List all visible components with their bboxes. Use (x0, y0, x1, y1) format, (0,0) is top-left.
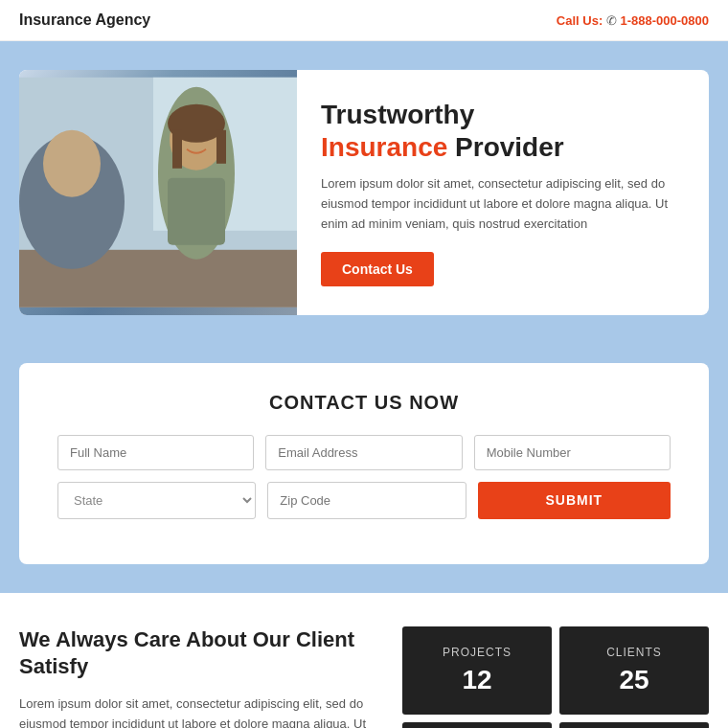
stat-label-clients: CLIENTS (569, 646, 699, 659)
stats-grid: PROJECTS 12 CLIENTS 25 OUR TEAM 6 AWARDS… (402, 626, 709, 728)
submit-button[interactable]: SUBMIT (478, 482, 671, 519)
site-logo: Insurance Agency (19, 11, 150, 29)
stat-card-team: OUR TEAM 6 (402, 722, 552, 728)
stat-label-projects: PROJECTS (412, 646, 542, 659)
hero-content: Trustworthy Insurance Provider Lorem ips… (297, 70, 709, 315)
email-input[interactable] (265, 435, 462, 470)
header-phone: Call Us: ✆ 1-888-000-0800 (557, 13, 709, 28)
stats-left: We Always Care About Our Client Satisfy … (19, 626, 402, 728)
call-label: Call Us: (557, 13, 603, 28)
zip-input[interactable] (267, 482, 466, 519)
contact-form-section: CONTACT US NOW State Alabama California … (0, 344, 728, 593)
svg-rect-8 (172, 130, 182, 169)
form-title: CONTACT US NOW (57, 392, 671, 414)
svg-rect-10 (168, 178, 225, 245)
hero-section: Trustworthy Insurance Provider Lorem ips… (0, 41, 728, 344)
stat-card-clients: CLIENTS 25 (559, 626, 709, 715)
hero-title: Trustworthy Insurance Provider (321, 99, 680, 163)
stat-card-awards: AWARDS 19 (559, 722, 709, 728)
stats-title: We Always Care About Our Client Satisfy (19, 626, 374, 681)
svg-rect-9 (216, 130, 226, 164)
stats-section: We Always Care About Our Client Satisfy … (0, 593, 728, 728)
stat-value-projects: 12 (412, 665, 542, 695)
stats-description: Lorem ipsum dolor sit amet, consectetur … (19, 694, 374, 728)
mobile-input[interactable] (474, 435, 671, 470)
phone-number[interactable]: 1-888-000-0800 (620, 13, 709, 28)
hero-description: Lorem ipsum dolor sit amet, consectetur … (321, 174, 680, 234)
state-select[interactable]: State Alabama California New York Texas … (57, 482, 256, 519)
svg-point-4 (43, 130, 101, 197)
hero-image (19, 70, 297, 315)
header: Insurance Agency Call Us: ✆ 1-888-000-08… (0, 0, 728, 41)
form-row-1 (57, 435, 671, 470)
stat-value-clients: 25 (569, 665, 699, 695)
hero-title-orange: Insurance (321, 132, 447, 162)
form-row-2: State Alabama California New York Texas … (57, 482, 671, 519)
stat-card-projects: PROJECTS 12 (402, 626, 552, 715)
hero-contact-us-button[interactable]: Contact Us (321, 252, 434, 286)
full-name-input[interactable] (57, 435, 254, 470)
hero-card: Trustworthy Insurance Provider Lorem ips… (19, 70, 709, 315)
contact-form-card: CONTACT US NOW State Alabama California … (19, 363, 709, 564)
